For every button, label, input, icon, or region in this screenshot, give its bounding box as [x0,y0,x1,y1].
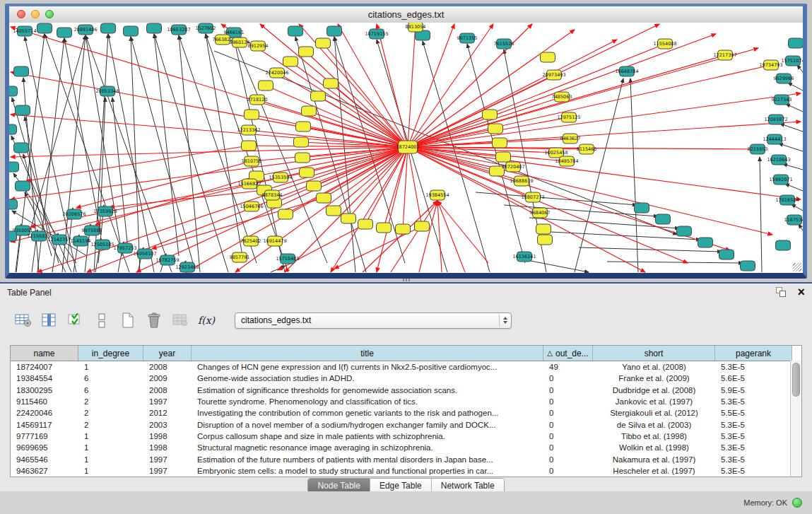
network-node[interactable] [147,23,162,33]
network-node[interactable] [37,23,52,33]
network-canvas[interactable]: 1405571420891406106532871527602946616110… [9,23,803,273]
cell[interactable]: 6 [78,374,143,382]
cell[interactable]: 22420046 [11,409,78,417]
network-node[interactable] [311,91,326,101]
cell[interactable]: Changes of HCN gene expression and I(f) … [192,363,543,371]
table-row[interactable]: 946362711997Embryonic stem cells: a mode… [11,465,792,477]
network-node[interactable]: 12217397 [713,50,736,60]
network-node[interactable]: 9857791 [230,252,250,262]
network-node[interactable]: 9463627 [560,134,581,144]
cell[interactable]: 0 [543,409,593,417]
network-node[interactable] [789,38,804,48]
cell[interactable]: 1 [78,455,143,464]
network-node[interactable] [307,181,322,191]
network-node[interactable]: 9975887 [82,226,102,235]
network-node[interactable] [9,124,17,134]
network-node[interactable]: 9671355 [457,33,478,43]
cell[interactable]: Corpus callosum shape and size in male p… [192,432,543,440]
network-node[interactable]: 9684067 [530,208,551,218]
network-node[interactable]: 22420046 [265,68,288,78]
cell[interactable]: Tibbo et al. (1998) [593,432,715,440]
cell[interactable]: 0 [543,421,593,429]
network-node[interactable]: 15992071 [769,175,792,185]
cell[interactable]: 0 [543,443,593,452]
network-node[interactable] [719,250,734,259]
cell[interactable]: Estimation of the future numbers of pati… [192,455,543,464]
network-node[interactable] [316,38,331,48]
citation-network-graph[interactable]: 1405571420891406106532871527602946616110… [9,23,803,273]
tab-edge-table[interactable]: Edge Table [370,479,432,493]
column-header-pagerank[interactable]: pagerank [715,346,792,361]
network-node[interactable] [656,214,671,224]
cell[interactable]: 0 [543,432,593,440]
cell[interactable]: Disruption of a novel member of a sodium… [192,421,543,429]
table-row[interactable]: 977716911998Corpus callosum shape and si… [11,431,792,442]
zoom-window-icon[interactable] [45,10,54,18]
table-row[interactable]: 1938455462009Genome-wide association stu… [11,373,792,384]
cell[interactable]: 5.3E-5 [715,421,792,429]
new-document-icon[interactable] [119,312,137,329]
network-node[interactable] [14,143,29,153]
table-row[interactable]: 1872400712008Changes of HCN gene express… [11,361,792,373]
network-node[interactable]: 7615526 [494,39,514,49]
network-node[interactable] [16,181,30,191]
table-column-icon[interactable] [40,312,59,329]
cell[interactable]: Nakamura et al. (1997) [593,455,715,464]
cell[interactable]: Franke et al. (2009) [593,374,715,382]
cell[interactable]: 49 [543,363,593,371]
network-node[interactable] [538,235,553,245]
cell[interactable]: 0 [543,397,593,406]
minimize-window-icon[interactable] [31,10,40,18]
network-node[interactable]: 16782759 [155,255,179,265]
network-node[interactable]: 2718120 [247,95,268,105]
cell[interactable]: 9777169 [11,432,78,440]
network-node[interactable]: 8813054 [406,23,426,32]
cell[interactable]: 18300295 [11,386,78,395]
scrollbar-thumb[interactable] [792,363,800,397]
cell[interactable]: de Silva et al. (2003) [593,421,715,429]
network-node[interactable] [741,261,755,271]
network-node[interactable] [326,206,341,216]
cell[interactable]: Embryonic stem cells: a model to study s… [192,467,543,475]
cell[interactable]: Estimation of significance thresholds fo… [192,386,543,395]
cell[interactable]: 19384554 [11,374,78,382]
cell[interactable]: 0 [543,374,593,382]
network-node[interactable] [124,26,139,36]
cell[interactable]: Dudbridge et al. (2008) [593,386,715,395]
column-header-short[interactable]: short [593,346,715,361]
network-node[interactable] [288,26,303,36]
network-node[interactable]: 7625402 [241,236,261,246]
network-node[interactable] [245,110,259,119]
cell[interactable]: Tourette syndrome. Phenomenology and cla… [192,397,543,406]
network-node[interactable] [9,231,17,241]
cell[interactable]: 5.9E-5 [715,386,792,395]
cell[interactable]: 5.3E-5 [715,455,792,464]
cell[interactable]: Genome-wide association studies in ADHD. [192,374,543,382]
table-check-icon[interactable] [66,312,85,329]
cell[interactable]: 14569117 [11,421,78,429]
cell[interactable]: 1 [78,432,143,440]
trash-icon[interactable] [145,312,163,329]
network-node[interactable]: 1167534 [784,215,803,225]
network-node[interactable] [493,138,507,148]
table-row[interactable]: 969969511998Structural magnetic resonanc… [11,442,792,453]
network-node[interactable] [698,238,713,247]
tab-node-table[interactable]: Node Table [308,479,370,493]
network-node[interactable] [541,52,555,62]
cell[interactable]: Hescheler et al. (1997) [593,467,715,475]
network-node[interactable] [9,199,18,209]
cell[interactable]: 0 [543,455,593,464]
cell[interactable]: 1 [78,443,143,452]
network-node[interactable]: 9960124 [230,37,250,47]
network-node[interactable]: 20053346 [95,86,119,96]
network-node[interactable] [9,86,18,96]
memory-ok-indicator-icon[interactable] [792,498,802,508]
network-node[interactable] [483,110,498,119]
network-node[interactable]: 18724007 [396,141,419,153]
table-row[interactable]: 2242004622012Investigating the contribut… [11,407,792,419]
column-header-name[interactable]: name [11,346,78,361]
network-node[interactable]: 8878344 [262,190,283,200]
table-row[interactable]: 1830029562008Estimation of significance … [11,385,792,396]
network-node[interactable] [300,168,314,177]
tab-network-table[interactable]: Network Table [432,479,504,493]
